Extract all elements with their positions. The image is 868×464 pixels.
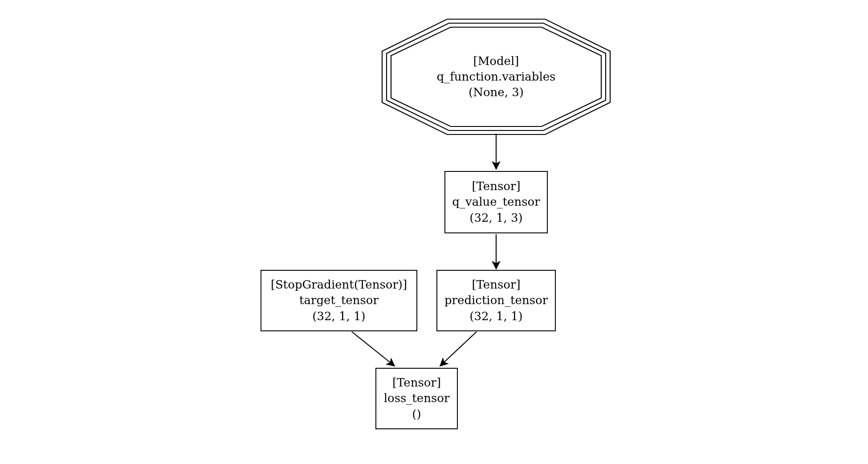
node-prediction-shape: (32, 1, 1) [469,309,523,324]
node-model-name: q_function.variables [437,69,556,85]
node-loss: [Tensor] loss_tensor () [375,368,458,429]
node-q-value-kind: [Tensor] [472,179,520,194]
node-q-value-shape: (32, 1, 3) [469,210,523,226]
node-loss-shape: () [412,407,421,422]
node-prediction: [Tensor] prediction_tensor (32, 1, 1) [436,270,556,331]
edge-target-to-loss [352,332,395,366]
node-prediction-kind: [Tensor] [472,277,520,293]
node-q-value: [Tensor] q_value_tensor (32, 1, 3) [444,171,548,233]
node-q-value-name: q_value_tensor [452,194,540,210]
node-model-kind: [Model] [473,53,519,69]
node-target-kind: [StopGradient(Tensor)] [271,277,407,293]
node-loss-name: loss_tensor [384,391,450,406]
node-target-name: target_tensor [299,293,379,308]
node-target-shape: (32, 1, 1) [312,309,366,324]
node-model: [Model] q_function.variables (None, 3) [380,18,612,136]
node-prediction-name: prediction_tensor [444,293,548,308]
diagram-canvas: [Model] q_function.variables (None, 3) [… [0,0,868,464]
node-loss-kind: [Tensor] [392,375,441,391]
node-model-label: [Model] q_function.variables (None, 3) [380,18,612,136]
node-model-shape: (None, 3) [469,85,524,100]
node-target: [StopGradient(Tensor)] target_tensor (32… [261,270,417,331]
edge-prediction-to-loss [440,332,477,366]
